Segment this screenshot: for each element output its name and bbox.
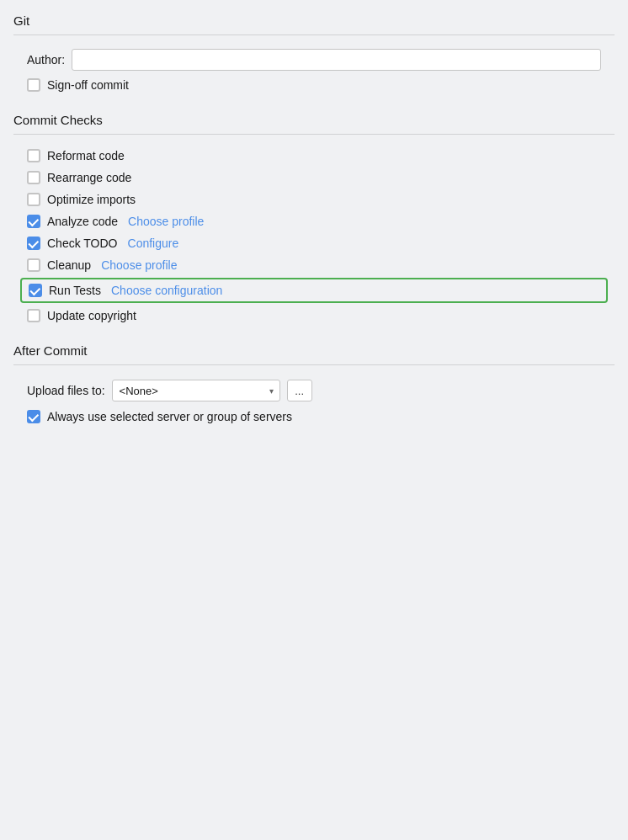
commit-checks-title: Commit Checks	[0, 113, 628, 127]
copyright-checkbox[interactable]	[27, 309, 40, 322]
signoff-checkbox[interactable]	[27, 78, 40, 92]
cleanup-row: Cleanup Choose profile	[0, 254, 628, 276]
upload-select-container: <None> ▾	[112, 380, 280, 401]
always-use-checkbox[interactable]	[27, 410, 40, 423]
rearrange-row: Rearrange code	[0, 167, 628, 189]
copyright-row: Update copyright	[0, 305, 628, 327]
copyright-label: Update copyright	[47, 309, 136, 322]
after-commit-title: After Commit	[0, 343, 628, 358]
upload-label: Upload files to:	[27, 384, 105, 397]
reformat-label: Reformat code	[47, 149, 125, 162]
checktodo-row: Check TODO Configure	[0, 232, 628, 254]
git-divider	[13, 35, 615, 35]
analyze-label: Analyze code	[47, 215, 118, 228]
ellipsis-button[interactable]: ...	[287, 380, 312, 401]
optimize-checkbox[interactable]	[27, 193, 40, 206]
always-use-label: Always use selected server or group of s…	[47, 410, 292, 423]
runtests-label: Run Tests	[49, 284, 101, 297]
analyze-checkbox[interactable]	[27, 215, 40, 228]
signoff-row: Sign-off commit	[0, 74, 628, 96]
checktodo-label: Check TODO	[47, 237, 118, 250]
cleanup-choose-profile-link[interactable]: Choose profile	[101, 258, 177, 272]
commit-checks-section: Commit Checks Reformat code Rearrange co…	[0, 113, 628, 327]
checktodo-checkbox[interactable]	[27, 237, 40, 250]
upload-row: Upload files to: <None> ▾ ...	[0, 375, 628, 406]
author-label: Author:	[27, 53, 65, 66]
optimize-label: Optimize imports	[47, 193, 136, 206]
reformat-checkbox[interactable]	[27, 149, 40, 162]
after-commit-divider	[13, 364, 615, 365]
rearrange-checkbox[interactable]	[27, 171, 40, 184]
author-input[interactable]	[72, 49, 601, 71]
analyze-choose-profile-link[interactable]: Choose profile	[128, 215, 204, 228]
checktodo-configure-link[interactable]: Configure	[128, 237, 179, 250]
runtests-choose-configuration-link[interactable]: Choose configuration	[111, 284, 222, 297]
optimize-row: Optimize imports	[0, 189, 628, 210]
always-use-row: Always use selected server or group of s…	[0, 406, 628, 428]
author-row: Author:	[0, 45, 628, 74]
commit-checks-divider	[13, 134, 615, 135]
cleanup-checkbox[interactable]	[27, 258, 40, 272]
analyze-row: Analyze code Choose profile	[0, 210, 628, 232]
runtests-row: Run Tests Choose configuration	[20, 278, 608, 303]
signoff-label: Sign-off commit	[47, 78, 129, 92]
runtests-checkbox[interactable]	[29, 284, 42, 297]
git-section: Git Author: Sign-off commit	[0, 13, 628, 96]
cleanup-label: Cleanup	[47, 258, 91, 272]
upload-select[interactable]: <None>	[112, 380, 280, 401]
after-commit-section: After Commit Upload files to: <None> ▾ .…	[0, 343, 628, 428]
rearrange-label: Rearrange code	[47, 171, 131, 184]
git-section-title: Git	[0, 13, 628, 28]
reformat-row: Reformat code	[0, 145, 628, 167]
